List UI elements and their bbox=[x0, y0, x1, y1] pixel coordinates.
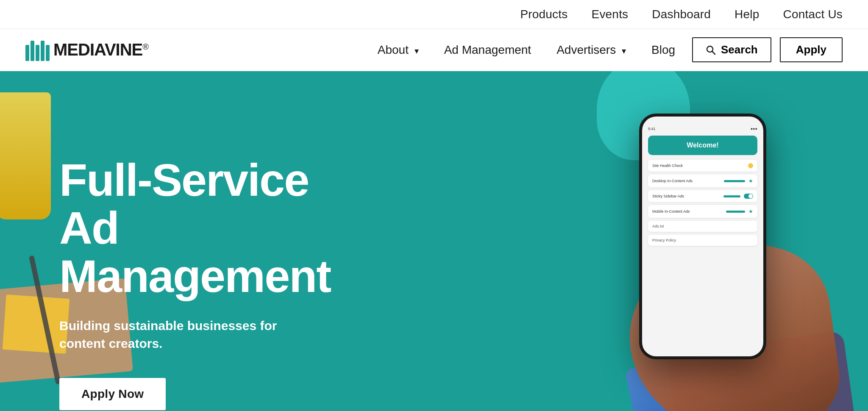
phone-status-bar: 9:41 ●●● bbox=[648, 127, 757, 131]
top-nav-link-dashboard[interactable]: Dashboard bbox=[652, 8, 711, 21]
about-dropdown-arrow: ▾ bbox=[415, 46, 419, 56]
phone-item-star: ★ bbox=[748, 178, 753, 184]
phone-item-label: Sticky Sidebar Ads bbox=[652, 194, 720, 198]
phone-list-item: Sticky Sidebar Ads bbox=[648, 190, 757, 202]
top-nav-links: Products Events Dashboard Help Contact U… bbox=[520, 8, 843, 21]
phone-item-label: Ads.txt bbox=[652, 224, 753, 228]
phone-list-item: Site Health Check bbox=[648, 160, 757, 172]
search-icon bbox=[706, 45, 716, 55]
top-nav-item-products[interactable]: Products bbox=[520, 8, 568, 21]
phone-list-item: Privacy Policy bbox=[648, 235, 757, 246]
top-nav-item-help[interactable]: Help bbox=[734, 8, 759, 21]
svg-rect-1 bbox=[31, 41, 34, 61]
apply-button[interactable]: Apply bbox=[780, 37, 843, 62]
top-nav-item-events[interactable]: Events bbox=[592, 8, 629, 21]
phone-list-item: Ads.txt bbox=[648, 221, 757, 232]
main-nav-item-blog[interactable]: Blog bbox=[651, 43, 675, 57]
svg-rect-4 bbox=[46, 45, 50, 61]
logo-wordmark: MEDIAVINE bbox=[53, 40, 142, 59]
top-nav-link-help[interactable]: Help bbox=[734, 8, 759, 21]
svg-rect-2 bbox=[36, 45, 39, 61]
phone-item-bar bbox=[724, 180, 745, 182]
hero-content: Full-Service Ad Management Building sust… bbox=[59, 156, 356, 410]
search-button-label: Search bbox=[721, 43, 758, 56]
logo-icon bbox=[25, 39, 50, 61]
phone-body: 9:41 ●●● Welcome! Site Health Check Desk… bbox=[639, 114, 766, 359]
main-nav-link-blog[interactable]: Blog bbox=[651, 43, 675, 56]
hero-title-line1: Full-Service bbox=[59, 154, 309, 206]
phone-welcome-card: Welcome! bbox=[648, 136, 757, 155]
phone-list-item: Desktop In-Content Ads ★ bbox=[648, 175, 757, 187]
svg-rect-3 bbox=[41, 41, 45, 61]
hero-apply-now-button[interactable]: Apply Now bbox=[59, 378, 166, 410]
svg-line-6 bbox=[712, 51, 715, 54]
top-nav-item-dashboard[interactable]: Dashboard bbox=[652, 8, 711, 21]
main-nav-link-about[interactable]: About ▾ bbox=[378, 43, 419, 56]
phone-item-label: Privacy Policy bbox=[652, 238, 753, 242]
logo-text: MEDIAVINE® bbox=[53, 40, 148, 59]
top-nav-item-contact-us[interactable]: Contact Us bbox=[783, 8, 843, 21]
phone-toggle bbox=[744, 194, 753, 199]
phone-item-star: ★ bbox=[748, 208, 753, 214]
phone-item-bar bbox=[723, 195, 740, 197]
phone-screen: 9:41 ●●● Welcome! Site Health Check Desk… bbox=[642, 117, 763, 356]
main-nav-item-about[interactable]: About ▾ bbox=[378, 43, 419, 57]
main-navigation: MEDIAVINE® About ▾ Ad Management Adverti… bbox=[0, 29, 868, 71]
mediavine-logo-svg bbox=[25, 39, 50, 61]
main-nav-link-advertisers[interactable]: Advertisers ▾ bbox=[556, 43, 626, 56]
phone-item-label: Mobile In-Content Ads bbox=[652, 209, 723, 214]
svg-rect-0 bbox=[25, 45, 29, 61]
hero-section: 9:41 ●●● Welcome! Site Health Check Desk… bbox=[0, 71, 868, 411]
logo-area[interactable]: MEDIAVINE® bbox=[25, 39, 148, 61]
top-navigation: Products Events Dashboard Help Contact U… bbox=[0, 0, 868, 29]
phone-item-label: Site Health Check bbox=[652, 164, 745, 168]
top-nav-link-events[interactable]: Events bbox=[592, 8, 629, 21]
search-button[interactable]: Search bbox=[692, 37, 771, 62]
hero-subtitle: Building sustainable businesses for cont… bbox=[59, 317, 280, 353]
apply-button-label: Apply bbox=[796, 43, 826, 56]
top-nav-link-contact-us[interactable]: Contact Us bbox=[783, 8, 843, 21]
main-nav-links: About ▾ Ad Management Advertisers ▾ Blog bbox=[378, 43, 675, 57]
main-nav-item-ad-management[interactable]: Ad Management bbox=[444, 43, 531, 57]
hero-title: Full-Service Ad Management bbox=[59, 156, 356, 300]
logo-reg-symbol: ® bbox=[142, 42, 148, 51]
main-nav-link-ad-management[interactable]: Ad Management bbox=[444, 43, 531, 56]
advertisers-dropdown-arrow: ▾ bbox=[622, 46, 626, 56]
main-nav-item-advertisers[interactable]: Advertisers ▾ bbox=[556, 43, 626, 57]
phone-item-bar bbox=[726, 211, 745, 213]
phone-list-item: Mobile In-Content Ads ★ bbox=[648, 205, 757, 218]
decoration-glass bbox=[0, 92, 51, 219]
phone-item-label: Desktop In-Content Ads bbox=[652, 179, 721, 183]
hero-title-line2: Ad Management bbox=[59, 202, 331, 301]
top-nav-link-products[interactable]: Products bbox=[520, 8, 568, 21]
phone-in-hand: 9:41 ●●● Welcome! Site Health Check Desk… bbox=[614, 105, 817, 410]
phone-item-dot bbox=[748, 163, 753, 168]
